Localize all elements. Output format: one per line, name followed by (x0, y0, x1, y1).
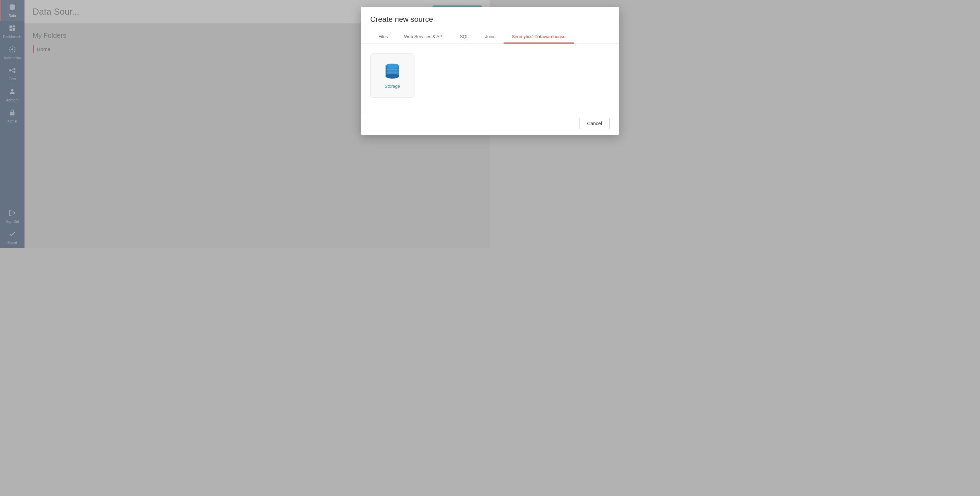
tab-sql[interactable]: SQL (452, 30, 477, 43)
source-grid: Storage (370, 53, 490, 98)
tab-joins[interactable]: Joins (477, 30, 490, 43)
modal-header: Create new source Files Web Services & A… (361, 7, 490, 44)
source-card-storage[interactable]: Storage (370, 53, 414, 98)
storage-db-icon (384, 63, 401, 80)
svg-rect-22 (397, 66, 399, 76)
svg-rect-21 (385, 66, 388, 76)
modal-tabs: Files Web Services & API SQL Joins Seren… (370, 30, 490, 43)
modal: Create new source Files Web Services & A… (361, 7, 490, 135)
modal-body: Storage (361, 44, 490, 112)
tab-webservices[interactable]: Web Services & API (396, 30, 452, 43)
modal-footer: Cancel (361, 112, 490, 135)
modal-title: Create new source (370, 15, 490, 24)
source-card-storage-label: Storage (385, 84, 400, 89)
modal-overlay: Create new source Files Web Services & A… (0, 0, 490, 248)
tab-files[interactable]: Files (370, 30, 396, 43)
